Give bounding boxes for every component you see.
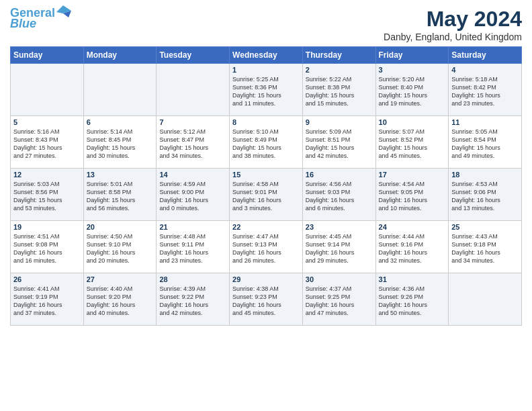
day-info: Sunrise: 5:25 AM Sunset: 8:36 PM Dayligh… (232, 75, 300, 108)
calendar-cell: 25Sunrise: 4:43 AM Sunset: 9:18 PM Dayli… (449, 221, 522, 273)
day-number: 2 (306, 66, 373, 74)
day-info: Sunrise: 4:40 AM Sunset: 9:20 PM Dayligh… (87, 285, 154, 318)
calendar-week-row: 5Sunrise: 5:16 AM Sunset: 8:43 PM Daylig… (11, 116, 522, 169)
calendar-cell: 3Sunrise: 5:20 AM Sunset: 8:40 PM Daylig… (375, 64, 449, 116)
calendar-cell: 30Sunrise: 4:37 AM Sunset: 9:25 PM Dayli… (302, 273, 375, 326)
day-info: Sunrise: 4:59 AM Sunset: 9:00 PM Dayligh… (159, 180, 226, 213)
calendar-table: SundayMondayTuesdayWednesdayThursdayFrid… (10, 46, 522, 326)
calendar-cell: 29Sunrise: 4:38 AM Sunset: 9:23 PM Dayli… (230, 273, 303, 326)
day-info: Sunrise: 4:58 AM Sunset: 9:01 PM Dayligh… (232, 180, 300, 213)
day-info: Sunrise: 4:51 AM Sunset: 9:08 PM Dayligh… (13, 232, 81, 265)
calendar-week-row: 1Sunrise: 5:25 AM Sunset: 8:36 PM Daylig… (11, 64, 522, 116)
calendar-cell: 7Sunrise: 5:12 AM Sunset: 8:47 PM Daylig… (157, 116, 230, 169)
calendar-cell (157, 64, 230, 116)
weekday-header: Saturday (449, 47, 522, 64)
day-info: Sunrise: 4:43 AM Sunset: 9:18 PM Dayligh… (451, 232, 519, 265)
calendar-cell: 8Sunrise: 5:10 AM Sunset: 8:49 PM Daylig… (230, 116, 303, 169)
day-info: Sunrise: 4:38 AM Sunset: 9:23 PM Dayligh… (232, 285, 300, 318)
day-number: 5 (13, 118, 81, 126)
day-info: Sunrise: 5:18 AM Sunset: 8:42 PM Dayligh… (451, 75, 519, 108)
day-number: 11 (451, 118, 519, 126)
day-number: 23 (306, 223, 373, 231)
weekday-header: Thursday (302, 47, 375, 64)
weekday-header: Monday (83, 47, 157, 64)
day-number: 19 (13, 223, 81, 231)
day-number: 1 (232, 66, 300, 74)
day-number: 31 (379, 275, 446, 283)
day-number: 12 (13, 171, 81, 179)
calendar-cell: 27Sunrise: 4:40 AM Sunset: 9:20 PM Dayli… (83, 273, 157, 326)
calendar-cell: 17Sunrise: 4:54 AM Sunset: 9:05 PM Dayli… (375, 169, 449, 221)
calendar-cell (83, 64, 157, 116)
day-number: 28 (159, 275, 226, 283)
weekday-row: SundayMondayTuesdayWednesdayThursdayFrid… (11, 47, 522, 64)
day-info: Sunrise: 5:05 AM Sunset: 8:54 PM Dayligh… (451, 128, 519, 161)
day-info: Sunrise: 4:47 AM Sunset: 9:13 PM Dayligh… (232, 232, 300, 265)
day-number: 7 (159, 118, 226, 126)
day-number: 8 (232, 118, 300, 126)
logo-line2: Blue (10, 17, 36, 31)
calendar-cell: 21Sunrise: 4:48 AM Sunset: 9:11 PM Dayli… (157, 221, 230, 273)
calendar-cell: 28Sunrise: 4:39 AM Sunset: 9:22 PM Dayli… (157, 273, 230, 326)
calendar-cell: 4Sunrise: 5:18 AM Sunset: 8:42 PM Daylig… (449, 64, 522, 116)
calendar-cell: 31Sunrise: 4:36 AM Sunset: 9:26 PM Dayli… (375, 273, 449, 326)
calendar-cell: 2Sunrise: 5:22 AM Sunset: 8:38 PM Daylig… (302, 64, 375, 116)
day-number: 13 (87, 171, 154, 179)
day-info: Sunrise: 4:41 AM Sunset: 9:19 PM Dayligh… (13, 285, 81, 318)
calendar-cell: 22Sunrise: 4:47 AM Sunset: 9:13 PM Dayli… (230, 221, 303, 273)
day-number: 16 (306, 171, 373, 179)
calendar-cell: 5Sunrise: 5:16 AM Sunset: 8:43 PM Daylig… (11, 116, 84, 169)
day-info: Sunrise: 5:03 AM Sunset: 8:56 PM Dayligh… (13, 180, 81, 213)
day-info: Sunrise: 5:16 AM Sunset: 8:43 PM Dayligh… (13, 128, 81, 161)
day-number: 4 (451, 66, 519, 74)
logo-bird-icon (56, 5, 71, 19)
weekday-header: Friday (375, 47, 449, 64)
day-number: 10 (379, 118, 446, 126)
calendar-cell: 14Sunrise: 4:59 AM Sunset: 9:00 PM Dayli… (157, 169, 230, 221)
calendar-cell: 20Sunrise: 4:50 AM Sunset: 9:10 PM Dayli… (83, 221, 157, 273)
day-info: Sunrise: 4:48 AM Sunset: 9:11 PM Dayligh… (159, 232, 226, 265)
calendar-cell: 19Sunrise: 4:51 AM Sunset: 9:08 PM Dayli… (11, 221, 84, 273)
day-info: Sunrise: 5:14 AM Sunset: 8:45 PM Dayligh… (87, 128, 154, 161)
day-number: 6 (87, 118, 154, 126)
calendar-cell: 10Sunrise: 5:07 AM Sunset: 8:52 PM Dayli… (375, 116, 449, 169)
header: General Blue May 2024 Danby, England, Un… (10, 7, 522, 42)
calendar-week-row: 12Sunrise: 5:03 AM Sunset: 8:56 PM Dayli… (11, 169, 522, 221)
calendar-cell: 15Sunrise: 4:58 AM Sunset: 9:01 PM Dayli… (230, 169, 303, 221)
calendar-week-row: 19Sunrise: 4:51 AM Sunset: 9:08 PM Dayli… (11, 221, 522, 273)
weekday-header: Sunday (11, 47, 84, 64)
calendar-week-row: 26Sunrise: 4:41 AM Sunset: 9:19 PM Dayli… (11, 273, 522, 326)
calendar-cell (449, 273, 522, 326)
day-info: Sunrise: 4:50 AM Sunset: 9:10 PM Dayligh… (87, 232, 154, 265)
page: General Blue May 2024 Danby, England, Un… (0, 0, 532, 411)
day-number: 17 (379, 171, 446, 179)
day-info: Sunrise: 4:36 AM Sunset: 9:26 PM Dayligh… (379, 285, 446, 318)
day-info: Sunrise: 4:53 AM Sunset: 9:06 PM Dayligh… (451, 180, 519, 213)
day-number: 3 (379, 66, 446, 74)
calendar-header: SundayMondayTuesdayWednesdayThursdayFrid… (11, 47, 522, 64)
day-info: Sunrise: 5:10 AM Sunset: 8:49 PM Dayligh… (232, 128, 300, 161)
weekday-header: Wednesday (230, 47, 303, 64)
day-info: Sunrise: 4:54 AM Sunset: 9:05 PM Dayligh… (379, 180, 446, 213)
calendar-cell: 24Sunrise: 4:44 AM Sunset: 9:16 PM Dayli… (375, 221, 449, 273)
title-block: May 2024 Danby, England, United Kingdom (384, 7, 522, 42)
calendar-cell: 11Sunrise: 5:05 AM Sunset: 8:54 PM Dayli… (449, 116, 522, 169)
calendar-cell: 23Sunrise: 4:45 AM Sunset: 9:14 PM Dayli… (302, 221, 375, 273)
day-number: 27 (87, 275, 154, 283)
calendar-cell: 12Sunrise: 5:03 AM Sunset: 8:56 PM Dayli… (11, 169, 84, 221)
day-number: 20 (87, 223, 154, 231)
day-number: 26 (13, 275, 81, 283)
month-title: May 2024 (384, 7, 522, 32)
day-number: 24 (379, 223, 446, 231)
day-number: 21 (159, 223, 226, 231)
day-info: Sunrise: 5:09 AM Sunset: 8:51 PM Dayligh… (306, 128, 373, 161)
day-info: Sunrise: 5:20 AM Sunset: 8:40 PM Dayligh… (379, 75, 446, 108)
calendar-cell: 16Sunrise: 4:56 AM Sunset: 9:03 PM Dayli… (302, 169, 375, 221)
calendar-body: 1Sunrise: 5:25 AM Sunset: 8:36 PM Daylig… (11, 64, 522, 326)
calendar-cell: 6Sunrise: 5:14 AM Sunset: 8:45 PM Daylig… (83, 116, 157, 169)
day-info: Sunrise: 4:56 AM Sunset: 9:03 PM Dayligh… (306, 180, 373, 213)
day-info: Sunrise: 4:39 AM Sunset: 9:22 PM Dayligh… (159, 285, 226, 318)
location: Danby, England, United Kingdom (384, 32, 522, 42)
day-number: 15 (232, 171, 300, 179)
day-number: 18 (451, 171, 519, 179)
